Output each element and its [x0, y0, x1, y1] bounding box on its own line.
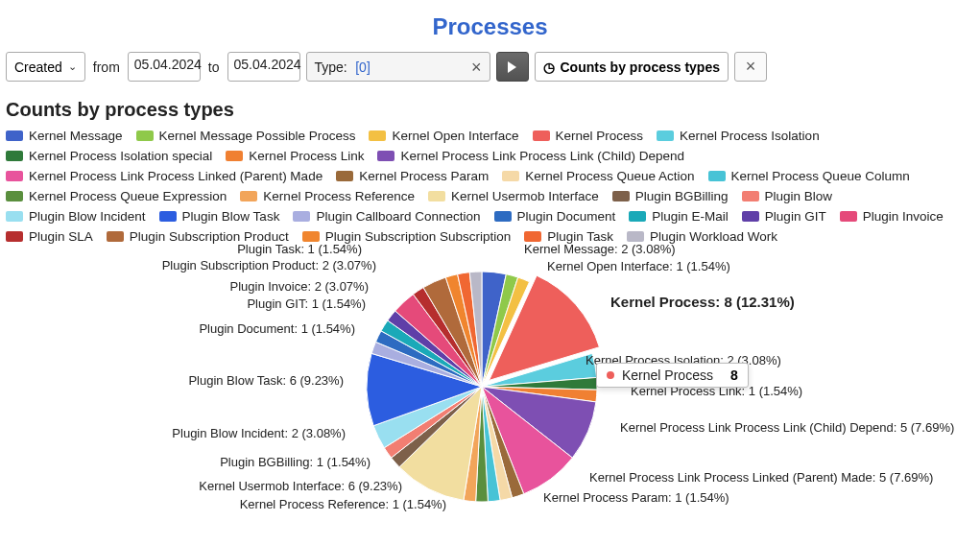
close-icon: × [746, 57, 756, 77]
legend-item[interactable]: Kernel Message [6, 127, 123, 145]
legend-swatch-icon [524, 231, 541, 242]
legend-item[interactable]: Kernel Process Param [336, 167, 489, 185]
legend-swatch-icon [612, 191, 630, 201]
legend-item[interactable]: Kernel Process Isolation special [6, 147, 212, 165]
legend-item[interactable]: Kernel Process Isolation [657, 127, 820, 145]
legend-item[interactable]: Plugin Blow Task [159, 207, 280, 225]
legend-item[interactable]: Plugin GIT [742, 207, 826, 225]
legend-item[interactable]: Plugin Callboard Connection [293, 207, 480, 225]
slice-label: Plugin BGBilling: 1 (1.54%) [220, 455, 370, 469]
legend-swatch-icon [428, 191, 445, 201]
legend-swatch-icon [240, 191, 257, 201]
legend-label: Kernel Process [556, 129, 644, 143]
legend-label: Plugin GIT [765, 209, 826, 224]
legend-swatch-icon [159, 211, 177, 222]
legend-item[interactable]: Plugin Blow [742, 187, 833, 205]
toolbar: Created ⌄ from 05.04.2024 to 05.04.2024 … [0, 48, 980, 85]
legend-item[interactable]: Kernel Usermob Interface [428, 187, 599, 205]
slice-label: Plugin Task: 1 (1.54%) [237, 242, 362, 256]
report-chip[interactable]: ◷ Counts by process types [535, 52, 729, 82]
legend-item[interactable]: Kernel Process Link Process Link (Child)… [377, 147, 684, 165]
slice-label: Kernel Process Reference: 1 (1.54%) [240, 497, 446, 511]
legend-label: Plugin Invoice [863, 209, 944, 224]
legend-label: Kernel Process Isolation [680, 129, 820, 143]
type-value: [0] [355, 59, 370, 75]
legend-label: Plugin Document [517, 209, 616, 224]
slice-label: Plugin Blow Incident: 2 (3.08%) [172, 426, 346, 440]
type-selector[interactable]: Type: [0] × [306, 52, 490, 82]
tooltip: Kernel Process 8 [596, 363, 749, 388]
legend-label: Kernel Process Queue Action [525, 169, 694, 183]
legend-item[interactable]: Plugin BGBilling [612, 187, 729, 205]
legend-swatch-icon [708, 171, 726, 181]
legend-swatch-icon [742, 191, 759, 201]
slice-label: Kernel Process Link Process Linked (Pare… [589, 470, 933, 485]
legend-item[interactable]: Kernel Process [533, 127, 644, 145]
legend-swatch-icon [226, 151, 243, 161]
mode-dropdown[interactable]: Created ⌄ [6, 52, 85, 82]
legend-item[interactable]: Kernel Message Possible Process [136, 127, 356, 145]
legend-label: Plugin Blow Incident [29, 209, 146, 224]
type-label: Type: [315, 59, 347, 75]
legend-label: Kernel Process Queue Column [731, 169, 910, 183]
mode-label: Created [14, 59, 62, 75]
chevron-down-icon: ⌄ [68, 60, 77, 73]
legend-label: Kernel Process Param [359, 169, 489, 183]
legend-swatch-icon [6, 130, 23, 141]
slice-label: Kernel Process: 8 (12.31%) [610, 294, 795, 310]
legend-label: Plugin BGBilling [635, 189, 729, 203]
legend-item[interactable]: Plugin SLA [6, 227, 93, 246]
legend-swatch-icon [627, 231, 644, 242]
legend-label: Kernel Open Interface [392, 129, 518, 143]
report-chip-label: Counts by process types [561, 59, 721, 75]
slice-label: Kernel Open Interface: 1 (1.54%) [547, 259, 730, 273]
slice-label: Kernel Process Link Process Link (Child)… [620, 420, 954, 435]
legend-label: Kernel Process Isolation special [29, 149, 212, 163]
legend-item[interactable]: Kernel Process Queue Expression [6, 187, 227, 205]
to-label: to [206, 59, 222, 75]
legend-item[interactable]: Plugin E-Mail [629, 207, 729, 225]
legend-swatch-icon [336, 171, 353, 181]
legend-swatch-icon [494, 211, 512, 222]
from-date-input[interactable]: 05.04.2024 [128, 52, 201, 82]
legend-swatch-icon [6, 231, 23, 242]
slice-label: Plugin Document: 1 (1.54%) [199, 321, 355, 336]
from-label: from [91, 59, 122, 75]
legend-item[interactable]: Plugin Invoice [840, 207, 944, 225]
legend-label: Plugin SLA [29, 229, 93, 244]
close-button[interactable]: × [734, 52, 767, 82]
legend: Kernel MessageKernel Message Possible Pr… [0, 127, 980, 248]
slice-label: Plugin GIT: 1 (1.54%) [247, 296, 366, 311]
legend-item[interactable]: Plugin Blow Incident [6, 207, 146, 225]
legend-swatch-icon [6, 211, 23, 222]
legend-label: Kernel Process Link Process Linked (Pare… [29, 169, 323, 183]
legend-swatch-icon [107, 231, 124, 242]
legend-item[interactable]: Kernel Process Link Process Linked (Pare… [6, 167, 323, 185]
legend-swatch-icon [369, 130, 386, 141]
legend-swatch-icon [6, 191, 23, 201]
clear-type-icon[interactable]: × [471, 59, 482, 76]
legend-item[interactable]: Kernel Process Reference [240, 187, 415, 205]
legend-item[interactable]: Kernel Process Link [226, 147, 364, 165]
legend-item[interactable]: Kernel Open Interface [369, 127, 518, 145]
legend-item[interactable]: Kernel Process Queue Action [502, 167, 694, 185]
clock-icon: ◷ [543, 59, 555, 75]
run-button[interactable] [496, 52, 529, 82]
tooltip-name: Kernel Process [622, 367, 713, 383]
slice-label: Plugin Invoice: 2 (3.07%) [229, 279, 369, 294]
legend-swatch-icon [502, 171, 519, 181]
pie-chart[interactable] [360, 265, 604, 509]
legend-label: Kernel Process Link [249, 149, 364, 163]
chart-area: Kernel Message: 2 (3.08%)Kernel Open Int… [0, 248, 980, 526]
slice-label: Kernel Process Param: 1 (1.54%) [543, 490, 729, 505]
legend-label: Plugin Blow [765, 189, 833, 203]
slice-label: Kernel Message: 2 (3.08%) [524, 242, 676, 256]
legend-label: Kernel Process Reference [263, 189, 415, 203]
legend-item[interactable]: Plugin Document [494, 207, 616, 225]
legend-swatch-icon [533, 130, 550, 141]
legend-swatch-icon [840, 211, 857, 222]
play-icon [508, 61, 516, 73]
legend-swatch-icon [6, 171, 23, 181]
to-date-input[interactable]: 05.04.2024 [227, 52, 300, 82]
legend-item[interactable]: Kernel Process Queue Column [708, 167, 910, 185]
